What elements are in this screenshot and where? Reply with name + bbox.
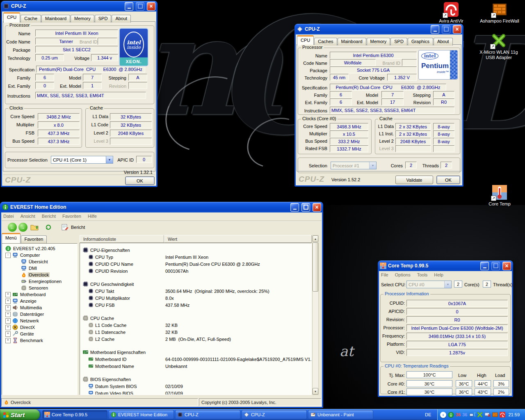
processor-selection-dropdown[interactable]: CPU #1 (Core 1)▼ (51, 156, 113, 164)
column-header-informationsliste[interactable]: Informationsliste (80, 235, 164, 243)
start-button[interactable]: Start (0, 409, 40, 420)
menu-ansicht[interactable]: Ansicht (21, 214, 35, 219)
close-button[interactable]: × (453, 25, 461, 34)
tab-favoriten[interactable]: Favoriten (21, 235, 47, 243)
tree-item-motherboard[interactable]: +Motherboard (5, 291, 77, 298)
titlebar[interactable]: CPU-Z× (1, 1, 158, 11)
tab-mainboard[interactable]: Mainboard (41, 15, 70, 23)
scroll-up-button[interactable]: ▲ (313, 235, 318, 242)
expand-box[interactable]: + (5, 305, 11, 310)
column-header-wert[interactable]: Wert (164, 235, 312, 243)
info-row-l1-datencache[interactable]: L1 Datencache32 KB (80, 329, 312, 336)
avira-tray-icon[interactable] (500, 412, 505, 418)
expand-box[interactable]: + (5, 318, 11, 324)
info-row-cpuid-revision[interactable]: CPUID Revision0001067Ah (80, 267, 312, 274)
tree-item--bersicht[interactable]: Übersicht (21, 258, 77, 265)
coretemp-tray-temp-blue[interactable]: 36 (462, 412, 467, 417)
tree-item-datentr-ger[interactable]: +Datenträger (5, 311, 77, 317)
info-row-motherboard-name[interactable]: Motherboard NameUnbekannt (80, 363, 312, 370)
tree-item-benchmark[interactable]: +Benchmark (5, 337, 77, 344)
desktop-icon-ashampoo-firewall[interactable]: ↗Ashampoo FireWall (480, 2, 519, 24)
collapse-box[interactable]: - (5, 253, 11, 258)
ashampoo-tray-icon[interactable] (492, 412, 498, 418)
info-row-cpu-takt[interactable]: CPU Takt3500.64 MHz (Original: 2800 MHz,… (80, 288, 312, 294)
expand-box[interactable]: + (5, 325, 11, 330)
expand-box[interactable]: + (5, 338, 11, 343)
info-row-cpu-eigenschaften[interactable]: CPU-Eigenschaften (80, 247, 312, 253)
tree-item-anzeige[interactable]: +Anzeige (5, 298, 77, 304)
titlebar[interactable]: EVEREST Home Edition× (0, 202, 323, 212)
info-row-motherboard-eigenschaften[interactable]: Motherboard Eigenschaften (80, 349, 312, 356)
minimize-button[interactable] (290, 203, 299, 212)
close-button[interactable]: × (502, 262, 511, 270)
tab-about[interactable]: About (112, 15, 131, 23)
info-row-cpu-multiplikator[interactable]: CPU Multiplikator8.0x (80, 294, 312, 301)
info-row-motherboard-id[interactable]: Motherboard ID64-0100-009999-00101111-02… (80, 356, 312, 363)
minimize-button[interactable] (431, 25, 439, 34)
info-row-cpu-cache[interactable]: CPU Cache (80, 315, 312, 322)
tree-item-everest-v2-20-405[interactable]: EVEREST v2.20.405 (5, 245, 77, 252)
validate-button[interactable]: Validate (395, 176, 433, 184)
menu-file[interactable]: File (381, 272, 388, 277)
menu-bericht[interactable]: Bericht (42, 214, 56, 219)
info-row-datum-video-bios[interactable]: Datum Video BIOS07/16/09 (80, 390, 312, 395)
tab-about[interactable]: About (434, 38, 453, 46)
taskbar-task-unbenannt-paint[interactable]: Unbenannt - Paint (308, 410, 373, 419)
tree-item-dmi[interactable]: DMI (21, 265, 77, 272)
taskbar-task-cpu-z[interactable]: CPU-Z (175, 410, 240, 419)
coretemp-tray-temp-red[interactable]: 36 (456, 412, 461, 417)
tree-item-energieoptionen[interactable]: Energieoptionen (21, 278, 77, 285)
titlebar[interactable]: Core Temp 0.99.5× (378, 260, 513, 271)
tree-item-directx[interactable]: +DirectX (5, 324, 77, 331)
tab-graphics[interactable]: Graphics (408, 38, 433, 46)
toolbar-back-button[interactable]: ← (7, 222, 17, 232)
toolbar-forward-button[interactable]: → (18, 222, 28, 232)
tab-memory[interactable]: Memory (367, 38, 390, 46)
tab-mainboard[interactable]: Mainboard (338, 38, 366, 46)
close-button[interactable]: × (147, 2, 155, 11)
toolbar-refresh-button[interactable] (43, 222, 53, 232)
scrollbar[interactable]: ▲▼ (312, 235, 319, 395)
expand-box[interactable]: + (5, 292, 11, 297)
desktop-icon-x-micro-wlan-11g-usb-adapter[interactable]: ↗X-Micro WLAN 11g USB Adapter (479, 33, 518, 60)
info-row-cpu-typ[interactable]: CPU TypIntel Pentium III Xeon (80, 253, 312, 260)
minimize-button[interactable] (125, 2, 133, 11)
tree-item-computer[interactable]: -Computer (5, 252, 77, 258)
desktop-icon-core-temp[interactable]: ↗Core Temp (480, 185, 519, 207)
toolbar-report-button[interactable]: Bericht (62, 222, 92, 232)
ok-button[interactable]: OK (436, 176, 460, 184)
tab-spd[interactable]: SPD (390, 38, 407, 46)
display-tray-icon[interactable] (484, 412, 491, 418)
menu-favoriten[interactable]: Favoriten (62, 214, 81, 219)
minimize-button[interactable] (480, 262, 489, 270)
tree-item-netzwerk[interactable]: +Netzwerk (5, 317, 77, 324)
tab-men-[interactable]: Menü (2, 233, 21, 243)
maximize-button[interactable] (301, 203, 310, 212)
tree-item-sensoren[interactable]: Sensoren (21, 285, 77, 291)
expand-box[interactable]: + (5, 331, 11, 337)
tree-item-multimedia[interactable]: +Multimedia (5, 304, 77, 311)
taskbar-task-cpu-z[interactable]: CPU-Z (242, 410, 307, 419)
taskbar-task-everest-home-edition[interactable]: EVEREST Home Edition (109, 410, 174, 419)
expand-box[interactable]: + (5, 312, 11, 317)
tab-memory[interactable]: Memory (71, 15, 94, 23)
menu-hilfe[interactable]: Hilfe (88, 214, 97, 219)
toolbar-folder-up-button[interactable] (30, 222, 39, 232)
taskbar-clock[interactable]: 21:59 (509, 412, 520, 417)
info-row-cpu-geschwindigkeit[interactable]: CPU Geschwindigkeit (80, 281, 312, 288)
menu-tools[interactable]: Tools (417, 272, 428, 277)
scroll-thumb[interactable] (313, 242, 318, 292)
tree-item-ger-te[interactable]: +Geräte (5, 331, 77, 337)
tab-cpu[interactable]: CPU (297, 35, 314, 46)
expand-box[interactable]: + (5, 299, 11, 304)
menu-datei[interactable]: Datei (3, 214, 14, 219)
wireless-tray-icon[interactable] (469, 412, 475, 418)
tree-item-overclock[interactable]: Overclock (21, 272, 77, 278)
taskbar-task-core-temp-0-99-5[interactable]: Core Temp 0.99.5 (42, 410, 107, 419)
info-row-l1-code-cache[interactable]: L1 Code Cache32 KB (80, 322, 312, 329)
tab-spd[interactable]: SPD (95, 15, 112, 23)
scroll-down-button[interactable]: ▼ (313, 388, 318, 395)
info-tray-icon[interactable] (448, 412, 454, 418)
tab-cache[interactable]: Cache (21, 15, 41, 23)
menu-help[interactable]: Help (434, 272, 443, 277)
